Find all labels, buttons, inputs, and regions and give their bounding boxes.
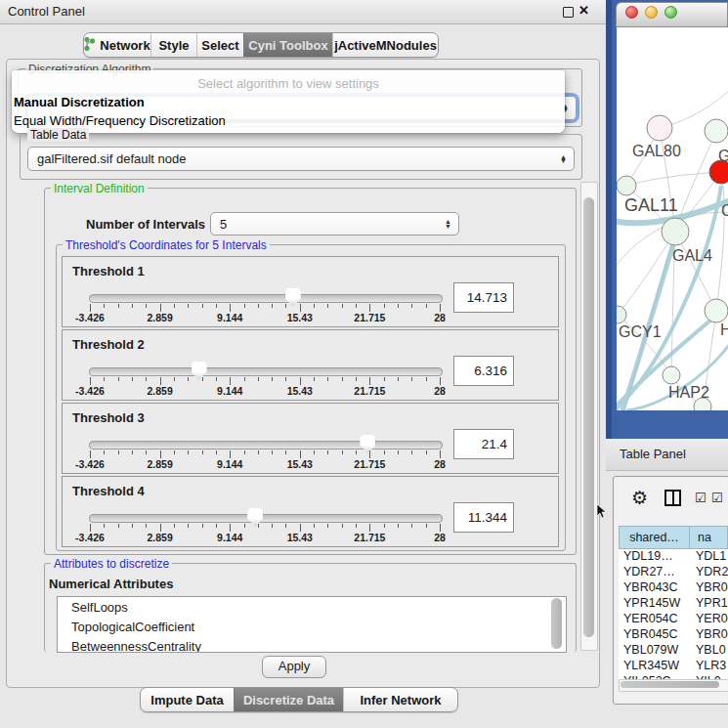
table-cell[interactable]: YDL1 [692, 549, 728, 563]
table-row[interactable]: YBR043CYBR0 [619, 580, 728, 596]
table-cell[interactable]: YBR045C [619, 627, 692, 641]
table-cell[interactable]: YDR27… [619, 565, 692, 578]
attribute-item[interactable]: SelfLoops [58, 597, 566, 617]
table-cell[interactable]: YLR345W [619, 659, 692, 672]
tab-network[interactable]: Network [84, 33, 150, 57]
threshold-slider[interactable] [89, 441, 443, 450]
interval-definition-group-title: Interval Definition [51, 182, 148, 195]
threshold-label: Threshold 3 [72, 410, 145, 425]
table-cell[interactable]: YPR145W [619, 596, 692, 610]
table-cell[interactable]: YBR0 [692, 627, 728, 641]
table-cell[interactable]: YER054C [619, 612, 692, 625]
slider-tick [314, 450, 315, 454]
slider-tick [356, 450, 357, 454]
network-canvas[interactable]: GAL80 G. GAL11 C GAL4 GCY1 H HAP2 [617, 27, 728, 410]
table-row[interactable]: YLR345WYLR3 [619, 659, 728, 674]
zoom-traffic-light-icon[interactable] [664, 6, 677, 19]
threshold-label: Threshold 2 [72, 337, 145, 352]
network-icon [84, 37, 95, 54]
slider-tick [90, 377, 91, 385]
attribute-item[interactable]: TopologicalCoefficient [58, 617, 566, 636]
slider-tick [384, 524, 385, 528]
tab-discretize-data[interactable]: Discretize Data [234, 688, 343, 711]
slider-tick [426, 524, 427, 528]
table-row[interactable]: YER054CYER0 [619, 612, 728, 627]
table-cell[interactable]: YER0 [692, 612, 728, 625]
thresholds-group-title: Threshold's Coordinates for 5 Intervals [63, 238, 270, 252]
column-header-shared-name[interactable]: shared… [619, 526, 690, 549]
checkbox-icon[interactable]: ☑ [711, 491, 723, 505]
tab-jactivemnodules[interactable]: jActiveMNodules [332, 33, 438, 57]
attributes-list-scrollbar[interactable] [551, 598, 562, 649]
table-cell[interactable]: YDL19… [619, 549, 692, 563]
slider-tick-label: 28 [434, 458, 446, 470]
table-cell[interactable]: YDR2 [692, 565, 728, 578]
table-cell[interactable]: YBR043C [619, 580, 692, 594]
threshold-value-field[interactable]: 6.316 [453, 356, 514, 386]
node-hap2[interactable] [663, 366, 680, 384]
threshold-value-field[interactable]: 21.4 [453, 429, 514, 459]
number-of-intervals-combobox[interactable]: 5 ▲▼ [210, 212, 459, 236]
node-label-g-cut: G. [718, 148, 728, 164]
tab-select[interactable]: Select [196, 33, 243, 57]
threshold-slider[interactable] [89, 514, 443, 523]
threshold-value-field[interactable]: 11.344 [453, 502, 514, 533]
threshold-slider[interactable] [89, 294, 443, 303]
checkbox-icon[interactable]: ☑ [695, 491, 707, 505]
dropdown-placeholder-item[interactable]: Select algorithm to view settings [12, 70, 565, 93]
node-label-hap2: HAP2 [668, 384, 709, 401]
slider-tick-label: 15.43 [287, 532, 313, 543]
node-green-topright[interactable] [705, 119, 728, 143]
top-tab-bar: Network Style Select Cyni Toolbox jActiv… [83, 32, 439, 58]
numerical-attributes-list[interactable]: SelfLoopsTopologicalCoefficientBetweenne… [57, 596, 567, 653]
gear-icon[interactable]: ⚙ [631, 487, 648, 509]
node-right-mid[interactable] [705, 299, 728, 322]
table-rows[interactable]: YDL19…YDL1YDR27…YDR2YBR043CYBR0YPR145WYP… [619, 549, 728, 679]
node-gal11[interactable] [617, 176, 636, 195]
attribute-item[interactable]: BetweennessCentrality [58, 636, 566, 653]
slider-tick [230, 524, 231, 532]
tab-cyni-toolbox[interactable]: Cyni Toolbox [243, 33, 332, 57]
slider-tick [314, 377, 315, 381]
dropdown-option-equal-width[interactable]: Equal Width/Frequency Discretization [12, 112, 565, 131]
slider-tick [300, 304, 301, 312]
tab-impute-data[interactable]: Impute Data [141, 688, 234, 711]
table-cell[interactable]: YPR1 [692, 596, 728, 610]
slider-tick [146, 524, 147, 528]
close-icon[interactable]: ✕ [578, 3, 589, 18]
table-cell[interactable]: YBL079W [619, 643, 692, 657]
threshold-slider[interactable] [89, 367, 443, 376]
slider-tick [300, 450, 301, 458]
table-row[interactable]: YDL19…YDL1 [619, 549, 728, 565]
table-cell[interactable]: YBL0 [692, 643, 728, 657]
slider-tick [300, 524, 301, 532]
node-gal80[interactable] [647, 115, 672, 141]
slider-tick [342, 524, 343, 528]
settings-scrollbar-thumb[interactable] [583, 197, 594, 637]
threshold-value-field[interactable]: 14.713 [453, 282, 514, 313]
column-header-name[interactable]: na [689, 526, 728, 549]
apply-button[interactable]: Apply [262, 656, 326, 678]
table-row[interactable]: YPR145WYPR1 [619, 596, 728, 612]
split-columns-icon[interactable] [664, 490, 681, 506]
table-data-combobox[interactable]: galFiltered.sif default node ▲▼ [27, 147, 575, 171]
table-row[interactable]: YBR045CYBR0 [619, 627, 728, 643]
tab-infer-network[interactable]: Infer Network [343, 688, 457, 711]
slider-tick [230, 450, 231, 458]
node-gal4[interactable] [662, 218, 689, 245]
minimize-traffic-light-icon[interactable] [645, 6, 658, 19]
slider-tick-label: -3.426 [75, 385, 105, 397]
dropdown-option-manual[interactable]: Manual Discretization [12, 93, 565, 112]
table-cell[interactable]: YBR0 [692, 580, 728, 594]
float-window-icon[interactable] [563, 7, 574, 18]
table-row[interactable]: YBL079WYBL0 [619, 643, 728, 659]
close-traffic-light-icon[interactable] [625, 6, 638, 19]
threshold-label: Threshold 1 [72, 264, 145, 278]
slider-tick [202, 450, 203, 454]
tab-style[interactable]: Style [150, 33, 196, 57]
table-row[interactable]: YDR27…YDR2 [619, 565, 728, 580]
threshold-panel: Threshold 1 -3.4262.8599.14415.4321.7152… [62, 256, 559, 327]
table-hscrollbar-thumb[interactable] [621, 681, 719, 688]
slider-tick-label: 9.144 [217, 532, 242, 543]
table-cell[interactable]: YLR3 [692, 659, 728, 672]
